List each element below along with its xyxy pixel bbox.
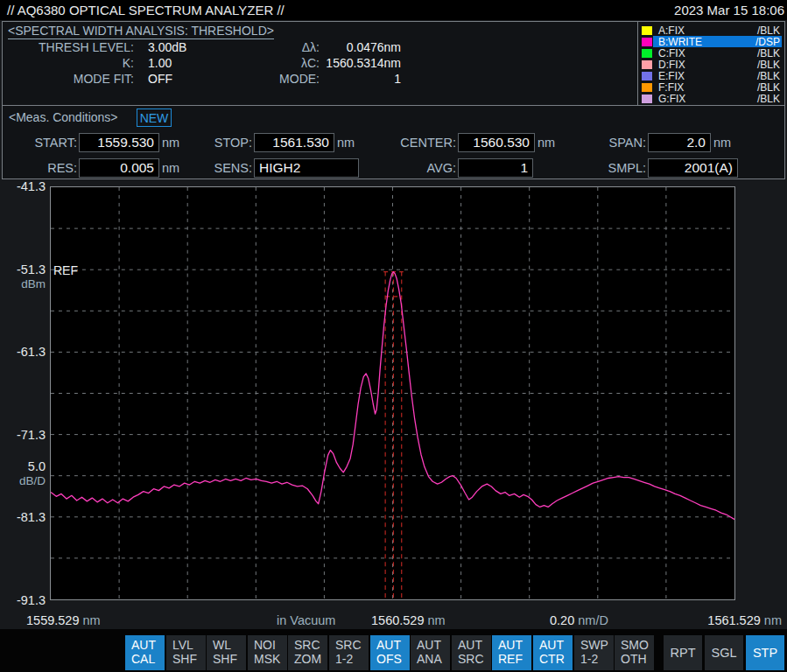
softkey-wl-shf[interactable]: WLSHF <box>207 635 246 670</box>
new-button[interactable]: NEW <box>137 108 172 127</box>
y-tick-label: -81.3 <box>0 510 46 524</box>
softkey-line2: SRC <box>458 652 491 666</box>
spectrum-chart: -41.3-51.3-61.3-71.3-81.3-91.3dBm5.0dB/D… <box>0 179 787 630</box>
trace-row-body: B:WRITE/DSP <box>653 36 782 47</box>
rpt-button[interactable]: RPT <box>664 635 702 670</box>
trace-row-a[interactable]: A:FIX/BLK <box>642 24 782 36</box>
trace-row-g[interactable]: G:FIX/BLK <box>642 94 782 105</box>
trace-row-c[interactable]: C:FIX/BLK <box>642 47 782 59</box>
x-start-unit: nm <box>83 613 101 627</box>
trace-mode: /DSP <box>755 36 782 48</box>
delta-lambda-label: Δλ: <box>253 39 320 55</box>
trace-mode: /BLK <box>757 24 782 37</box>
datetime-display: 2023 Mar 15 18:06 <box>674 3 784 18</box>
trace-color-swatch <box>642 60 652 69</box>
delta-lambda-value: 0.0476nm <box>326 39 401 55</box>
panel-divider-vertical <box>637 22 638 105</box>
y-tick-label: -61.3 <box>0 345 46 359</box>
span-input[interactable]: 2.0 <box>648 133 711 152</box>
softkey-line1: NOI <box>254 638 287 652</box>
trace-name: G:FIX <box>658 93 685 105</box>
plot-area: REF <box>50 186 735 600</box>
softkey-aut-ctr[interactable]: AUTCTR <box>533 635 573 670</box>
trace-color-swatch <box>642 38 652 46</box>
softkey-line1: AUT <box>131 638 165 652</box>
softkey-line1: AUT <box>498 638 531 652</box>
softkey-noi-msk[interactable]: NOIMSK <box>248 635 287 670</box>
mode-label: MODE: <box>253 71 320 87</box>
softkey-line1: SRC <box>335 638 369 652</box>
trace-row-f[interactable]: F:FIX/BLK <box>642 82 782 94</box>
trace-row-d[interactable]: D:FIX/BLK <box>642 59 782 70</box>
start-field: START:1559.530nm <box>16 133 179 152</box>
res-input[interactable]: 0.005 <box>79 158 159 178</box>
softkey-line2: CAL <box>131 652 165 666</box>
trace-mode: /BLK <box>757 59 782 71</box>
trace-color-swatch <box>642 83 652 92</box>
softkey-aut-ref[interactable]: AUTREF <box>492 635 531 670</box>
x-per-div-value: 0.20 <box>550 613 574 627</box>
softkey-line1: AUT <box>539 638 573 652</box>
center-input[interactable]: 1560.530 <box>458 133 535 152</box>
sens-field: SENS:HIGH2 <box>173 158 359 178</box>
softkey-lvl-shf[interactable]: LVLSHF <box>166 635 206 670</box>
softkey-src-zom[interactable]: SRCZOM <box>288 635 327 670</box>
y-scale-value: 5.0 <box>0 459 46 473</box>
trace-name: C:FIX <box>658 47 685 60</box>
mode-value: 1 <box>326 71 401 87</box>
trace-color-swatch <box>642 94 652 103</box>
stop-unit: nm <box>337 133 355 152</box>
trace-row-b[interactable]: B:WRITE/DSP <box>642 36 782 47</box>
softkey-line2: OTH <box>621 652 654 666</box>
trace-mode: /BLK <box>757 81 782 94</box>
x-axis-center-label: 1560.529 nm <box>371 613 446 627</box>
analysis-right-column: Δλ:0.0476nm λC:1560.5314nm MODE:1 <box>253 39 401 87</box>
softkey-line1: SWP <box>580 638 614 652</box>
stop-field: STOP:1561.530nm <box>173 133 355 152</box>
y-tick-label: -51.3 <box>0 262 46 276</box>
softkey-line2: 1-2 <box>335 652 369 666</box>
softkey-aut-cal[interactable]: AUTCAL <box>125 635 165 670</box>
softkey-aut-ofs[interactable]: AUTOFS <box>370 635 410 670</box>
softkey-line2: ANA <box>417 652 450 666</box>
stop-input[interactable]: 1561.530 <box>254 133 334 152</box>
title-bar: // AQ6380 OPTICAL SPECTRUM ANALYZER // 2… <box>0 0 787 20</box>
analysis-row-delta-lambda: Δλ:0.0476nm <box>253 39 401 55</box>
smpl-input[interactable]: 2001(A) <box>648 158 738 178</box>
softkey-line1: WL <box>213 638 246 652</box>
softkey-line2: REF <box>498 652 531 666</box>
x-center-unit: nm <box>428 613 446 627</box>
thresh-level-label: THRESH LEVEL: <box>4 39 134 55</box>
x-scale-label: 0.20 nm/D <box>550 613 608 627</box>
trace-row-e[interactable]: E:FIX/BLK <box>642 70 782 81</box>
analysis-row-k: K:1.00 <box>4 55 186 71</box>
trace-name: D:FIX <box>658 59 685 71</box>
sgl-button[interactable]: SGL <box>705 635 743 670</box>
function-toolbar: AUTCALLVLSHFWLSHFNOIMSKSRCZOMSRC1-2AUTOF… <box>0 629 787 672</box>
trace-name: B:WRITE <box>658 36 702 48</box>
softkey-swp-1-2[interactable]: SWP1-2 <box>574 635 614 670</box>
softkey-src-1-2[interactable]: SRC1-2 <box>329 635 369 670</box>
start-label: START: <box>16 133 77 152</box>
medium-text: in Vacuum <box>277 613 335 627</box>
avg-input[interactable]: 1 <box>458 158 533 178</box>
y-scale-unit: dB/D <box>0 474 46 487</box>
softkey-aut-ana[interactable]: AUTANA <box>411 635 450 670</box>
trace-row-body: D:FIX/BLK <box>653 59 782 70</box>
span-field: SPAN:2.0nm <box>567 133 731 152</box>
softkey-line2: SHF <box>172 652 206 666</box>
stp-button[interactable]: STP <box>746 635 784 670</box>
x-center-value: 1560.529 <box>371 613 424 627</box>
sens-input[interactable]: HIGH2 <box>254 158 359 178</box>
res-field: RES:0.005nm <box>16 158 179 178</box>
ref-level-label: REF <box>53 263 78 277</box>
vacuum-label: in Vacuum <box>277 613 335 627</box>
trace-legend: A:FIX/BLKB:WRITE/DSPC:FIX/BLKD:FIX/BLKE:… <box>642 24 782 105</box>
softkey-smo-oth[interactable]: SMOOTH <box>615 635 654 670</box>
trace-name: A:FIX <box>658 24 685 37</box>
x-stop-value: 1561.529 <box>707 613 760 627</box>
start-input[interactable]: 1559.530 <box>79 133 159 152</box>
app-title: // AQ6380 OPTICAL SPECTRUM ANALYZER // <box>7 3 285 18</box>
softkey-aut-src[interactable]: AUTSRC <box>452 635 491 670</box>
softkey-line2: OFS <box>376 652 410 666</box>
